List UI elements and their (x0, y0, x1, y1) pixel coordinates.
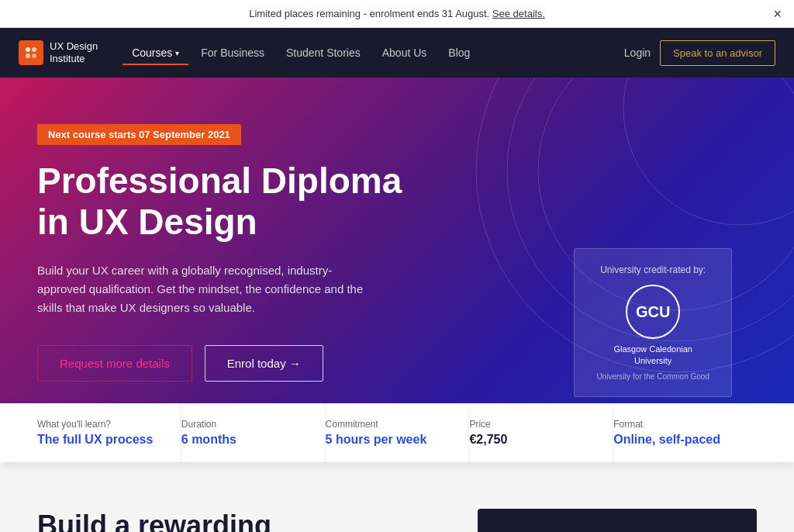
nav-link-blog[interactable]: Blog (439, 40, 479, 65)
nav-link-courses[interactable]: Courses ▾ (123, 40, 188, 65)
svg-point-2 (26, 54, 30, 58)
svg-point-7 (623, 78, 794, 225)
price-label: Price (469, 419, 588, 430)
request-details-button[interactable]: Request more details (37, 345, 192, 382)
duration-label: Duration (181, 419, 300, 430)
svg-point-0 (26, 47, 30, 52)
info-item-learn: What you'll learn? The full UX process (37, 403, 181, 462)
build-career-text: Build a rewarding career in UX (37, 509, 440, 532)
info-item-price: Price €2,750 (469, 403, 613, 462)
gcu-logo: GCU Glasgow CaledonianUniversity Univers… (596, 285, 709, 381)
learn-value: The full UX process (37, 433, 156, 447)
learn-label: What you'll learn? (37, 419, 156, 430)
hero-title: Professional Diploma in UX Design (37, 161, 440, 243)
info-bar: What you'll learn? The full UX process D… (0, 403, 794, 462)
nav-link-stories[interactable]: Student Stories (277, 40, 370, 65)
lower-section: Build a rewarding career in UX Why choos… (0, 462, 794, 532)
university-credit-box: University credit-rated by: GCU Glasgow … (574, 248, 732, 397)
logo-text: UX Design Institute (50, 40, 98, 64)
logo-icon (19, 40, 43, 65)
nav-link-about[interactable]: About Us (373, 40, 437, 65)
price-value: €2,750 (469, 433, 588, 447)
hero-section: Next course starts 07 September 2021 Pro… (0, 78, 794, 403)
video-preview[interactable]: Why choose the Professional Diploma (478, 509, 757, 532)
gcu-tagline: University for the Common Good (596, 372, 709, 381)
svg-point-1 (32, 47, 36, 52)
main-nav: UX Design Institute Courses ▾ For Busine… (0, 28, 794, 78)
logo[interactable]: UX Design Institute (19, 40, 98, 65)
format-value: Online, self-paced (613, 433, 732, 447)
svg-point-3 (32, 54, 36, 58)
announcement-link[interactable]: See details. (492, 8, 545, 19)
nav-right: Login Speak to an advisor (624, 40, 775, 66)
course-start-badge: Next course starts 07 September 2021 (37, 124, 241, 145)
hero-description: Build your UX career with a globally rec… (37, 261, 378, 317)
commitment-label: Commitment (326, 419, 444, 430)
login-button[interactable]: Login (624, 47, 651, 59)
announcement-bar: Limited places remaining - enrolment end… (0, 0, 794, 28)
advisor-button[interactable]: Speak to an advisor (660, 40, 775, 66)
nav-link-business[interactable]: For Business (192, 40, 274, 65)
duration-value: 6 months (181, 433, 300, 447)
info-item-duration: Duration 6 months (181, 403, 326, 462)
chevron-down-icon: ▾ (175, 49, 179, 57)
gcu-circle: GCU (626, 285, 680, 339)
info-item-format: Format Online, self-paced (613, 403, 757, 462)
enrol-button[interactable]: Enrol today → (205, 345, 323, 382)
university-label: University credit-rated by: (596, 264, 709, 275)
format-label: Format (613, 419, 732, 430)
build-career-title: Build a rewarding career in UX (37, 509, 440, 532)
commitment-value: 5 hours per week (326, 433, 444, 447)
nav-links: Courses ▾ For Business Student Stories A… (123, 40, 624, 65)
info-item-commitment: Commitment 5 hours per week (326, 403, 470, 462)
announcement-close-button[interactable]: × (773, 5, 782, 22)
announcement-text: Limited places remaining - enrolment end… (249, 8, 489, 19)
gcu-name: Glasgow CaledonianUniversity (613, 344, 692, 368)
